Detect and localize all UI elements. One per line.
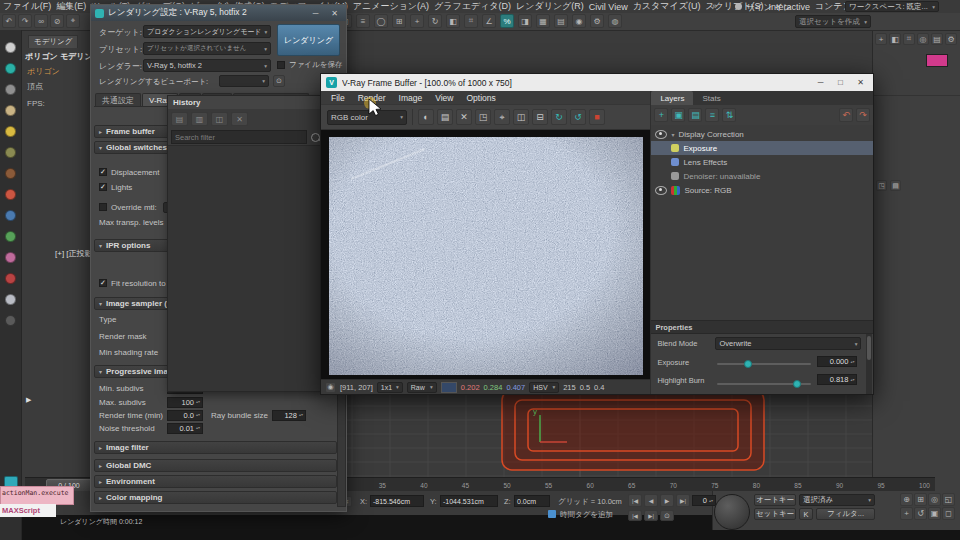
layer-denoiser[interactable]: Denoiser: unavailable [651, 169, 873, 183]
sphere-brown-tool-icon[interactable] [5, 168, 16, 179]
region-render-icon[interactable]: ◳ [475, 109, 491, 125]
scene-explorer-icon[interactable]: ▤ [554, 14, 568, 28]
menu-customize[interactable]: カスタマイズ(U) [633, 0, 701, 13]
axis-tool-icon[interactable] [5, 189, 16, 200]
dialog-titlebar[interactable]: レンダリング設定 : V-Ray 5, hotfix 2 ─ ✕ [91, 5, 346, 21]
save-preset-icon[interactable]: ▤ [688, 108, 702, 122]
compare-vertical-icon[interactable]: ⊟ [532, 109, 548, 125]
select-by-name-icon[interactable]: ≡ [356, 14, 370, 28]
highlight-burn-value-field[interactable]: 0.818 [817, 374, 857, 385]
select-and-rotate-icon[interactable]: ↻ [428, 14, 442, 28]
x-coordinate-field[interactable]: -815.546cm [370, 495, 424, 507]
target-dropdown[interactable]: プロダクションレンダリングモード [143, 25, 271, 38]
time-configuration-button[interactable] [714, 494, 750, 530]
redo-icon[interactable]: ↷ [856, 108, 870, 122]
panel-icon[interactable]: ▤ [890, 180, 901, 191]
y-coordinate-field[interactable]: -1044.531cm [440, 495, 498, 507]
extra-tool-icon[interactable] [5, 315, 16, 326]
noise-threshold-spinner[interactable]: 0.01 [167, 423, 203, 434]
zoom-extents-icon[interactable]: ◎ [928, 493, 941, 506]
ray-bundle-spinner[interactable]: 128 [272, 410, 306, 421]
redo-icon[interactable]: ↷ [18, 14, 32, 28]
select-and-scale-icon[interactable]: ◧ [446, 14, 460, 28]
hierarchy-panel-icon[interactable]: ⌗ [903, 33, 915, 45]
load-preset-icon[interactable]: ▣ [671, 108, 685, 122]
torus-tool-icon[interactable] [5, 63, 16, 74]
close-button[interactable]: ✕ [327, 9, 342, 18]
sphere-olive-tool-icon[interactable] [5, 147, 16, 158]
unlink-selection-icon[interactable]: ⊘ [50, 14, 64, 28]
rollout-environment[interactable]: Environment [94, 475, 337, 488]
sphere-green-tool-icon[interactable] [5, 231, 16, 242]
selection-region-icon[interactable]: ◯ [374, 14, 388, 28]
create-panel-icon[interactable]: + [875, 33, 887, 45]
z-coordinate-field[interactable]: 0.0cm [514, 495, 550, 507]
exposure-value-field[interactable]: 0.000 [817, 356, 857, 367]
tab-stats[interactable]: Stats [693, 91, 729, 105]
vfb-menu-view[interactable]: View [435, 93, 453, 103]
move-layer-icon[interactable]: ⇅ [722, 108, 736, 122]
zoom-all-icon[interactable]: ⊞ [914, 493, 927, 506]
zoom-region-icon[interactable]: ◱ [942, 493, 955, 506]
history-header[interactable]: History [168, 96, 323, 109]
display-panel-icon[interactable]: ▤ [931, 33, 943, 45]
save-to-history-icon[interactable]: ▤ [171, 112, 188, 126]
menu-file[interactable]: ファイル(F) [3, 0, 51, 13]
material-editor-icon[interactable]: ◉ [572, 14, 586, 28]
auto-key-button[interactable]: オートキー [754, 494, 796, 506]
search-icon[interactable] [311, 133, 320, 142]
utilities-panel-icon[interactable]: ⚙ [945, 33, 957, 45]
signin-button[interactable]: サイン イン [746, 2, 792, 14]
render-setup-icon[interactable]: ⚙ [590, 14, 604, 28]
set-key-k-button[interactable]: K [799, 508, 813, 520]
rollout-color-mapping[interactable]: Color mapping [94, 491, 337, 504]
sphere-silver-tool-icon[interactable] [5, 294, 16, 305]
add-time-tag-button[interactable]: 時間タグを追加 [560, 510, 613, 520]
pan-icon[interactable]: + [900, 507, 913, 520]
play-button[interactable]: ▶ [660, 494, 674, 507]
expander-icon[interactable]: ▾ [671, 131, 674, 138]
ipr-start-icon[interactable]: ↻ [551, 109, 567, 125]
ribbon-panel-label[interactable]: ポリゴン モデリング [25, 51, 90, 62]
layer-source-rgb[interactable]: Source: RGB [651, 183, 873, 197]
exposure-slider[interactable] [717, 363, 811, 365]
sphere-pink-tool-icon[interactable] [5, 252, 16, 263]
menu-civil-view[interactable]: Civil View [589, 2, 628, 12]
maxscript-listener-line[interactable]: MAXScript [0, 504, 56, 517]
undo-icon[interactable]: ↶ [2, 14, 16, 28]
zoom-icon[interactable]: ⊕ [900, 493, 913, 506]
render-production-icon[interactable]: ◍ [608, 14, 622, 28]
sphere-red-tool-icon[interactable] [5, 273, 16, 284]
maximize-button[interactable]: □ [833, 78, 848, 87]
properties-scrollbar[interactable] [866, 334, 872, 394]
highlight-burn-slider[interactable] [717, 383, 811, 385]
add-layer-icon[interactable]: + [654, 108, 668, 122]
vfb-menu-options[interactable]: Options [467, 93, 496, 103]
lights-row[interactable]: ✓ Lights [99, 181, 132, 193]
select-and-link-icon[interactable]: ∞ [34, 14, 48, 28]
window-crossing-icon[interactable]: ⊞ [392, 14, 406, 28]
save-file-row[interactable]: ファイルを保存 [277, 59, 342, 71]
load-from-history-icon[interactable]: ▥ [191, 112, 208, 126]
minimize-button[interactable]: ─ [813, 78, 828, 87]
motion-panel-icon[interactable]: ◎ [917, 33, 929, 45]
render-last-icon[interactable]: ↺ [570, 109, 586, 125]
viewport-to-render-dropdown[interactable] [219, 75, 269, 87]
menu-rendering[interactable]: レンダリング(R) [516, 0, 584, 13]
visibility-eye-icon[interactable] [655, 130, 667, 139]
compare-horizontal-icon[interactable]: ◫ [513, 109, 529, 125]
field-of-view-icon[interactable]: ◻ [942, 507, 955, 520]
previous-key-button[interactable]: |◀ [628, 510, 642, 521]
rollout-global-dmc[interactable]: Global DMC [94, 459, 337, 472]
key-mode-toggle-icon[interactable]: ⊙ [660, 510, 674, 521]
close-button[interactable]: ✕ [853, 78, 868, 87]
sphere-tan-tool-icon[interactable] [5, 105, 16, 116]
color-mode-dropdown[interactable]: Raw [407, 382, 437, 393]
displacement-row[interactable]: ✓ Displacement [99, 166, 159, 178]
max-subdivs-spinner[interactable]: 100 [167, 397, 203, 408]
workspace-selector[interactable]: ワークスペース: 既定... [845, 1, 939, 12]
select-cursor-tool-icon[interactable] [5, 42, 16, 53]
sphere-blue-tool-icon[interactable] [5, 210, 16, 221]
layer-display-correction[interactable]: ▾ Display Correction [651, 127, 873, 141]
save-image-icon[interactable]: ▤ [437, 109, 453, 125]
